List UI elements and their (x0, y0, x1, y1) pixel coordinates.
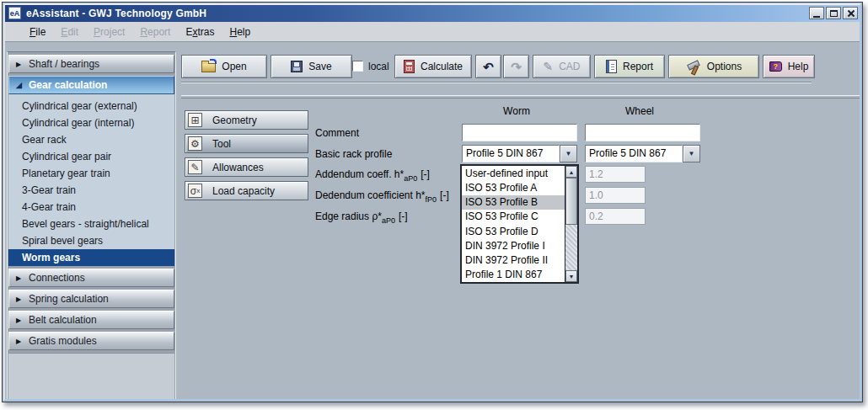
redo-icon: ↷ (511, 61, 522, 73)
help-button[interactable]: ? Help (763, 55, 815, 78)
load-capacity-section-button[interactable]: σx Load capacity (185, 181, 308, 200)
close-icon (847, 9, 855, 17)
basic-rack-profile-combo-worm[interactable]: Profile 5 DIN 867 ▼ (462, 145, 577, 162)
pencil-icon: ✎ (188, 160, 202, 174)
undo-icon: ↶ (483, 61, 494, 73)
scrollbar-thumb[interactable] (565, 178, 577, 225)
combo-dropdown-button-wheel[interactable]: ▼ (683, 145, 700, 162)
tools-hammer-icon (686, 60, 701, 74)
dropdown-option-iso53-b-highlighted[interactable]: ISO 53 Profile B (462, 195, 565, 210)
scroll-down-button[interactable]: ▼ (565, 270, 577, 282)
comment-input-worm[interactable] (462, 124, 577, 141)
sidebar-item-planetary-gear-train[interactable]: Planetary gear train (8, 165, 174, 182)
dropdown-scrollbar[interactable]: ▲ ▼ (565, 166, 577, 282)
toolbar-separator (181, 82, 812, 83)
report-button[interactable]: Report (594, 55, 665, 78)
basic-rack-profile-label: Basic rack profile (315, 148, 392, 160)
menu-help[interactable]: Help (222, 24, 258, 40)
basic-rack-profile-combo-wheel[interactable]: Profile 5 DIN 867 ▼ (585, 145, 700, 162)
menu-bar: File Edit Project Report Extras Help (5, 22, 860, 42)
dedendum-coeff-label: Dedendum coefficient h*fP0[-] (315, 189, 449, 204)
chevron-down-icon: ▼ (565, 150, 572, 157)
combo-value-wheel: Profile 5 DIN 867 (585, 145, 683, 162)
workspace: ▶ Shaft / bearings ◢ Gear calculation Cy… (5, 43, 860, 399)
close-button[interactable] (843, 7, 858, 19)
report-page-icon (606, 60, 617, 73)
window-controls (809, 7, 858, 19)
sigma-x-icon: σx (188, 184, 202, 198)
allowances-section-button[interactable]: ✎ Allowances (185, 157, 308, 177)
menu-file[interactable]: File (22, 24, 53, 40)
combo-dropdown-button-worm[interactable]: ▼ (560, 145, 577, 162)
chevron-right-icon: ▶ (16, 296, 24, 303)
sidebar-item-gratis-modules[interactable]: ▶ Gratis modules (8, 332, 174, 350)
sidebar-item-shaft-bearings[interactable]: ▶ Shaft / bearings (8, 55, 174, 73)
sidebar-item-gear-calculation[interactable]: ◢ Gear calculation (8, 76, 174, 94)
dedendum-coeff-input-wheel (585, 187, 646, 204)
scroll-down-icon: ▼ (569, 274, 575, 280)
menu-edit: Edit (53, 24, 86, 40)
comment-label: Comment (315, 127, 359, 139)
dropdown-option-din3972-ii[interactable]: DIN 3972 Profile II (462, 253, 565, 268)
sidebar-item-bevel-gears[interactable]: Bevel gears - straight/helical (8, 216, 174, 232)
dropdown-option-user-defined[interactable]: User-defined input (462, 166, 565, 180)
cad-pencil-icon: ✎ (543, 61, 553, 72)
sidebar-item-spiral-bevel-gears[interactable]: Spiral bevel gears (8, 232, 174, 249)
redo-button: ↷ (503, 55, 529, 78)
menu-report: Report (132, 24, 178, 40)
menu-extras[interactable]: Extras (178, 24, 222, 40)
chevron-right-icon: ▶ (16, 338, 24, 345)
sidebar-item-cylindrical-gear-internal[interactable]: Cylindrical gear (internal) (8, 114, 174, 131)
sidebar-item-gear-rack[interactable]: Gear rack (8, 131, 174, 148)
dropdown-option-iso53-d[interactable]: ISO 53 Profile D (462, 224, 565, 238)
edge-radius-input-wheel (585, 208, 646, 225)
titlebar: eA eAssistant - GWJ Technology GmbH (5, 4, 860, 22)
addendum-coeff-input-wheel (585, 166, 646, 183)
minimize-icon (813, 16, 820, 18)
combo-value-worm: Profile 5 DIN 867 (462, 145, 560, 162)
edge-radius-label: Edge radius ρ*aP0[-] (315, 210, 408, 225)
basic-rack-profile-dropdown-list: User-defined input ISO 53 Profile A ISO … (460, 164, 579, 284)
undo-button[interactable]: ↶ (475, 55, 501, 78)
save-button[interactable]: Save (271, 55, 352, 78)
calculate-button[interactable]: Calculate (394, 55, 472, 78)
floppy-disk-icon (291, 61, 303, 72)
open-button[interactable]: Open (181, 55, 267, 78)
chevron-expanded-icon: ◢ (16, 81, 24, 89)
sidebar-item-connections[interactable]: ▶ Connections (8, 269, 174, 287)
chevron-right-icon: ▶ (16, 317, 24, 324)
sidebar-item-cylindrical-gear-external[interactable]: Cylindrical gear (external) (8, 98, 174, 114)
content-separator-highlight (181, 95, 860, 96)
dropdown-option-din3972-i[interactable]: DIN 3972 Profile I (462, 238, 565, 253)
options-button[interactable]: Options (668, 55, 759, 78)
sidebar-item-3-gear-train[interactable]: 3-Gear train (8, 182, 174, 199)
menu-project: Project (86, 24, 132, 40)
comment-input-wheel[interactable] (585, 124, 700, 141)
sidebar-empty-panel (8, 353, 174, 399)
dropdown-option-iso53-a[interactable]: ISO 53 Profile A (462, 180, 565, 194)
maximize-button[interactable] (826, 7, 841, 19)
local-checkbox[interactable] (352, 61, 363, 72)
addendum-coeff-label: Addendum coeff. h*aP0[-] (315, 168, 430, 183)
sidebar-item-spring-calculation[interactable]: ▶ Spring calculation (8, 290, 174, 308)
tool-section-button[interactable]: ⚙ Tool (185, 134, 308, 153)
dropdown-option-iso53-c[interactable]: ISO 53 Profile C (462, 210, 565, 224)
minimize-button[interactable] (809, 7, 824, 19)
column-header-worm: Worm (458, 105, 576, 117)
calculator-icon (404, 60, 415, 73)
gear-calculation-subpanel: Cylindrical gear (external) Cylindrical … (8, 94, 174, 266)
grid-icon: ⊞ (188, 113, 202, 127)
local-checkbox-label: local (368, 61, 389, 72)
cad-button: ✎ CAD (533, 55, 591, 78)
sidebar-item-worm-gears[interactable]: Worm gears (8, 249, 174, 266)
sidebar-item-4-gear-train[interactable]: 4-Gear train (8, 199, 174, 216)
sidebar-item-belt-calculation[interactable]: ▶ Belt calculation (8, 311, 174, 329)
gear-icon: ⚙ (188, 136, 202, 151)
sidebar-item-cylindrical-gear-pair[interactable]: Cylindrical gear pair (8, 148, 174, 165)
dropdown-option-profile1-din867[interactable]: Profile 1 DIN 867 (462, 268, 565, 282)
desktop: eA eAssistant - GWJ Technology GmbH File… (0, 0, 868, 410)
column-header-wheel: Wheel (581, 105, 699, 117)
geometry-section-button[interactable]: ⊞ Geometry (185, 110, 308, 130)
scroll-up-button[interactable]: ▲ (565, 166, 577, 178)
app-icon: eA (8, 7, 21, 19)
